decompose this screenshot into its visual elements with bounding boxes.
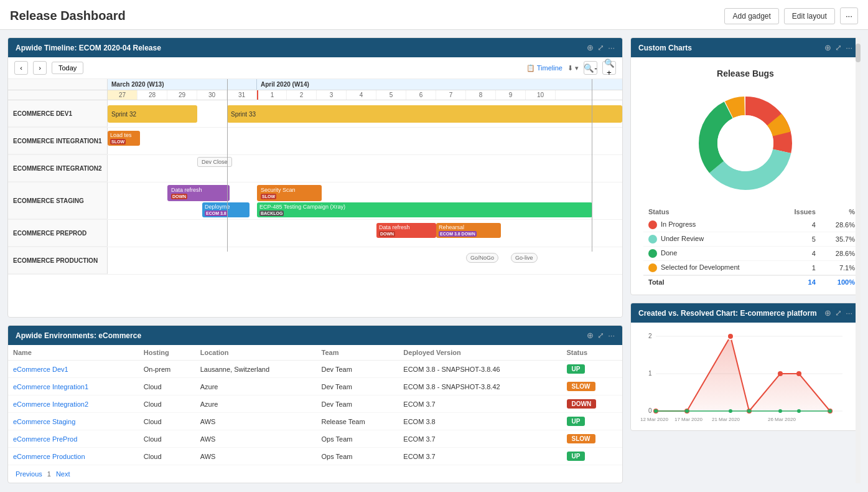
legend-row: In Progress 4 28.6%: [643, 218, 860, 232]
prev-btn[interactable]: ‹: [14, 61, 28, 75]
created-resolved-svg: 2 1 0: [637, 329, 849, 422]
col-status-label: Status: [643, 206, 779, 218]
golive-milestone[interactable]: Go-live: [511, 253, 538, 263]
cc-move-icon[interactable]: ⊕: [824, 43, 831, 52]
env-version: ECOM 3.7: [398, 395, 561, 413]
row-int1: ECOMMERCE INTEGRATION1 Load tesSLOW: [8, 128, 622, 155]
prev-page[interactable]: Previous: [16, 470, 42, 478]
legend-issues: 4: [779, 218, 821, 232]
cr-options-icon[interactable]: ···: [846, 308, 852, 318]
cr-expand-icon[interactable]: ⤢: [835, 308, 842, 318]
col-location: Location: [195, 345, 317, 361]
env-name: eCommerce Staging: [8, 413, 139, 430]
legend-row: Done 4 28.6%: [643, 247, 860, 261]
add-gadget-button[interactable]: Add gadget: [724, 8, 778, 24]
expand-icon[interactable]: ⤢: [597, 43, 604, 52]
table-row: eCommerce Integration2 Cloud Azure Dev T…: [8, 395, 622, 413]
move-icon[interactable]: ⊕: [587, 43, 594, 52]
row-label-preprod: ECOMMERCE PREPROD: [8, 220, 108, 247]
svg-text:1: 1: [648, 370, 652, 377]
env-move-icon[interactable]: ⊕: [587, 331, 594, 340]
data-refresh-preprod-bar[interactable]: Data refreshDOWN: [376, 223, 436, 238]
load-test-bar[interactable]: Load tesSLOW: [108, 131, 140, 146]
env-location: AWS: [195, 430, 317, 448]
pagination: Previous 1 Next: [8, 465, 622, 483]
edit-layout-button[interactable]: Edit layout: [784, 8, 835, 24]
legend-status: Done: [643, 247, 779, 261]
row-staging: ECOMMERCE STAGING Data refreshDOWN Secur…: [8, 182, 622, 220]
data-refresh-bar[interactable]: Data refreshDOWN: [167, 185, 230, 201]
date-numbers-row: 27 28 29 30 31 1 2 3 4 5 6 7 8 9 10: [8, 90, 622, 100]
cc-expand-icon[interactable]: ⤢: [835, 43, 842, 52]
date-27: 27: [108, 90, 138, 100]
zoom-out-btn[interactable]: 🔍-: [584, 61, 597, 75]
toolbar-right: 📋 Timeline ⬇ ▾ 🔍- 🔍+: [526, 61, 616, 75]
timeline-link[interactable]: 📋 Timeline: [526, 64, 562, 72]
env-team: Dev Team: [317, 361, 399, 378]
scrollbar-thumb[interactable]: [856, 44, 861, 62]
env-options-icon[interactable]: ···: [608, 331, 615, 340]
security-scan-bar[interactable]: Security ScanSLOW: [257, 185, 322, 201]
env-version: ECOM 3.7: [398, 448, 561, 465]
legend-row: Under Review 5 35.7%: [643, 232, 860, 247]
env-location: AWS: [195, 413, 317, 430]
sprint32-bar[interactable]: Sprint 32: [108, 105, 197, 123]
env-name: eCommerce Integration2: [8, 395, 139, 413]
svg-text:2: 2: [648, 333, 652, 339]
row-label-int1: ECOMMERCE INTEGRATION1: [8, 128, 108, 154]
rehearsal-bar[interactable]: RehearsalECOM 3.8 DOWN: [436, 223, 501, 238]
table-row: eCommerce PreProd Cloud AWS Ops Team ECO…: [8, 430, 622, 448]
created-resolved-panel: Created vs. Resolved Chart: E-commerce p…: [630, 303, 861, 431]
page-header: Release Dashboard Add gadget Edit layout…: [0, 0, 868, 30]
row-cells-prod: Go/NoGo Go-live: [108, 247, 622, 274]
env-panel-icons: ⊕ ⤢ ···: [587, 331, 615, 340]
left-column: Apwide Timeline: ECOM 2020-04 Release ⊕ …: [7, 37, 623, 483]
page-title: Release Dashboard: [10, 9, 126, 23]
table-row: eCommerce Dev1 On-prem Lausanne, Switzer…: [8, 361, 622, 378]
svg-point-17: [796, 371, 801, 376]
env-status: SLOW: [562, 430, 623, 448]
row-dev1: ECOMMERCE DEV1 Sprint 32 Sprint 33: [8, 100, 622, 128]
current-page: 1: [47, 470, 51, 478]
zoom-in-btn[interactable]: 🔍+: [602, 61, 616, 75]
timeline-panel-header: Apwide Timeline: ECOM 2020-04 Release ⊕ …: [8, 38, 622, 57]
row-label-prod: ECOMMERCE PRODUCTION: [8, 247, 108, 274]
date-4: 4: [347, 90, 376, 100]
svg-point-21: [729, 409, 732, 413]
env-team: Release Team: [317, 413, 399, 430]
gonogo-milestone[interactable]: Go/NoGo: [466, 253, 498, 263]
row-cells-preprod: Data refreshDOWN RehearsalECOM 3.8 DOWN: [108, 220, 622, 247]
options-icon[interactable]: ···: [608, 43, 615, 52]
next-page[interactable]: Next: [56, 470, 70, 478]
col-hosting: Hosting: [139, 345, 195, 361]
env-status: SLOW: [562, 378, 623, 395]
env-status: UP: [562, 413, 623, 430]
date-5: 5: [376, 90, 406, 100]
col-status: Status: [562, 345, 623, 361]
deployment-bar[interactable]: DeploymeECOM 3.8: [202, 202, 250, 217]
today-button[interactable]: Today: [52, 62, 83, 74]
sprint33-bar[interactable]: Sprint 33: [227, 105, 622, 123]
next-btn[interactable]: ›: [33, 61, 47, 75]
env-version: ECOM 3.8 - SNAPSHOT-3.8.46: [398, 361, 561, 378]
svg-point-22: [747, 409, 751, 413]
col-issues-label: Issues: [779, 206, 821, 218]
table-row: eCommerce Integration1 Cloud Azure Dev T…: [8, 378, 622, 395]
row-cells-int1: Load tesSLOW: [108, 128, 622, 154]
date-29: 29: [167, 90, 197, 100]
env-version: ECOM 3.8 - SNAPSHOT-3.8.42: [398, 378, 561, 395]
more-options-button[interactable]: ···: [840, 7, 858, 24]
date-8: 8: [466, 90, 496, 100]
env-version: ECOM 3.8: [398, 413, 561, 430]
table-row: eCommerce Staging Cloud AWS Release Team…: [8, 413, 622, 430]
svg-point-19: [654, 409, 658, 413]
env-team: Ops Team: [317, 430, 399, 448]
ecp-bar[interactable]: ECP-485 Testing Campaign (Xray)BACKLOG: [257, 202, 592, 217]
total-label: Total: [643, 275, 779, 288]
download-btn[interactable]: ⬇ ▾: [567, 64, 579, 72]
cr-move-icon[interactable]: ⊕: [824, 308, 831, 318]
cc-options-icon[interactable]: ···: [846, 43, 852, 52]
date-31: 31: [227, 90, 257, 100]
env-location: Azure: [195, 395, 317, 413]
env-expand-icon[interactable]: ⤢: [597, 331, 604, 340]
